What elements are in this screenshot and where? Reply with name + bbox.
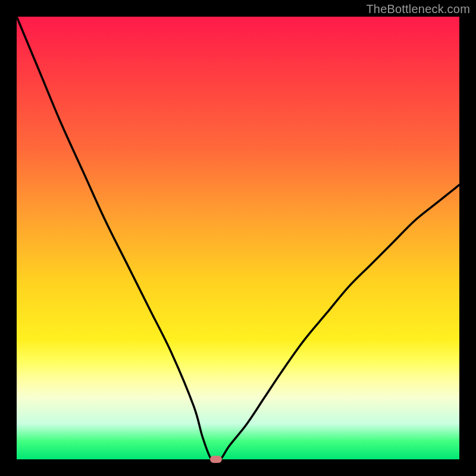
watermark-text: TheBottleneck.com xyxy=(366,2,470,16)
chart-plot-area xyxy=(17,17,459,459)
bottleneck-curve xyxy=(17,17,459,459)
minimum-marker xyxy=(210,456,222,463)
